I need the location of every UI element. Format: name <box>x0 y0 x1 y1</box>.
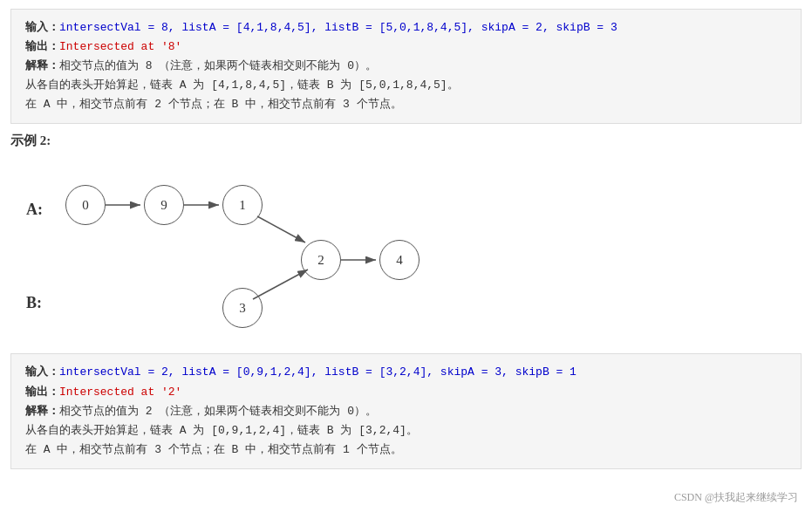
block2-line3-content: 相交节点的值为 2 （注意，如果两个链表相交则不能为 0）。 <box>59 405 377 418</box>
svg-line-4 <box>253 270 308 299</box>
block2-line3: 解释：相交节点的值为 2 （注意，如果两个链表相交则不能为 0）。 <box>25 402 787 421</box>
watermark: CSDN @扶我起来继续学习 <box>674 490 798 505</box>
node-4: 4 <box>379 240 420 280</box>
explain-label-2: 解释： <box>25 405 59 418</box>
node-1: 1 <box>222 185 263 225</box>
block2-line2: 输出：Intersected at '2' <box>25 383 787 402</box>
node-0: 0 <box>65 185 106 225</box>
code-block-2: 输入：intersectVal = 2, listA = [0,9,1,2,4]… <box>10 353 802 468</box>
block1-line3: 解释：相交节点的值为 8 （注意，如果两个链表相交则不能为 0）。 <box>25 57 787 76</box>
block1-line1: 输入：intersectVal = 8, listA = [4,1,8,4,5]… <box>25 18 787 38</box>
block2-line5: 在 A 中，相交节点前有 3 个节点；在 B 中，相交节点前有 1 个节点。 <box>25 440 787 460</box>
section2-title: 示例 2: <box>10 133 802 149</box>
block1-line2-content: Intersected at '8' <box>59 40 181 53</box>
diagram-label-b: B: <box>26 294 42 312</box>
input-label-2: 输入： <box>25 365 59 379</box>
svg-line-3 <box>257 216 305 242</box>
diagram-label-a: A: <box>26 201 43 219</box>
input-label-1: 输入： <box>25 21 59 34</box>
node-2: 2 <box>301 240 341 280</box>
explain-label-1: 解释： <box>25 59 59 72</box>
output-label-2: 输出： <box>25 386 59 399</box>
block2-line1-content: intersectVal = 2, listA = [0,9,1,2,4], l… <box>59 365 577 379</box>
node-9: 9 <box>144 185 184 225</box>
block1-line4: 从各自的表头开始算起，链表 A 为 [4,1,8,4,5]，链表 B 为 [5,… <box>25 76 787 95</box>
block1-line1-content: intersectVal = 8, listA = [4,1,8,4,5], l… <box>59 21 618 34</box>
node-3: 3 <box>222 288 263 328</box>
block1-line3-content: 相交节点的值为 8 （注意，如果两个链表相交则不能为 0）。 <box>59 59 377 72</box>
block2-line4: 从各自的表头开始算起，链表 A 为 [0,9,1,2,4]，链表 B 为 [3,… <box>25 421 787 440</box>
block2-line1: 输入：intersectVal = 2, listA = [0,9,1,2,4]… <box>25 363 787 382</box>
output-label-1: 输出： <box>25 40 59 53</box>
block1-line2: 输出：Intersected at '8' <box>25 38 787 57</box>
code-block-1: 输入：intersectVal = 8, listA = [4,1,8,4,5]… <box>10 9 802 124</box>
block1-line5: 在 A 中，相交节点前有 2 个节点；在 B 中，相交节点前有 3 个节点。 <box>25 95 787 114</box>
block2-line2-content: Intersected at '2' <box>59 386 181 399</box>
